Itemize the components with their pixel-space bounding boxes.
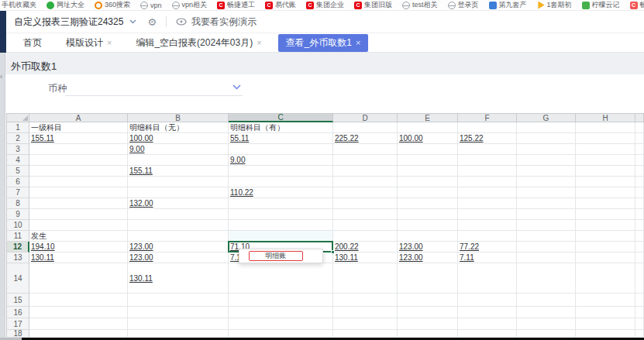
cell-E7[interactable] [398, 187, 458, 198]
row-header-8[interactable]: 8 [6, 198, 29, 209]
cell-D2[interactable]: 225.22 [333, 133, 398, 144]
column-header-C[interactable]: C [229, 113, 333, 122]
cell-H7[interactable] [576, 187, 635, 198]
cell-B1[interactable]: 明细科目（无） [128, 122, 229, 133]
cell-I3[interactable] [635, 144, 644, 155]
cell-E2[interactable]: 100.00 [398, 133, 458, 144]
row-header-17[interactable]: 17 [6, 318, 29, 330]
tab-close-icon[interactable]: × [257, 38, 261, 47]
cell-B14[interactable]: 130.11 [128, 263, 229, 294]
cell-A16[interactable] [29, 307, 128, 318]
bookmark-lemon-cloud[interactable]: 柠檬云记 [582, 0, 620, 10]
cell-B11[interactable] [128, 231, 229, 242]
cell-I15[interactable] [635, 294, 644, 307]
cell-I6[interactable] [635, 177, 644, 187]
cell-H17[interactable] [576, 318, 635, 330]
cell-G16[interactable] [517, 307, 576, 318]
cell-A2[interactable]: 155.11 [29, 133, 128, 144]
cell-D5[interactable] [333, 166, 398, 177]
cell-E14[interactable] [398, 263, 458, 294]
cell-B8[interactable]: 132.00 [128, 198, 229, 209]
cell-F2[interactable]: 125.22 [458, 133, 517, 144]
cell-E15[interactable] [398, 294, 458, 307]
cell-C5[interactable] [229, 166, 333, 177]
cell-E9[interactable] [398, 209, 458, 220]
column-header-A[interactable]: A [29, 113, 128, 122]
cell-G3[interactable] [517, 144, 576, 155]
bookmark-suite-opening[interactable]: 1套期初 [537, 0, 572, 10]
gear-icon[interactable]: ⚙ [147, 17, 157, 27]
cell-A15[interactable] [29, 294, 128, 307]
cell-E3[interactable] [398, 144, 458, 155]
cell-H16[interactable] [576, 307, 635, 318]
cell-A5[interactable] [29, 166, 128, 177]
bookmark-test-related[interactable]: test相关 [402, 0, 438, 10]
detail-ledger-button[interactable]: 明细账 [249, 251, 303, 261]
cell-F4[interactable] [458, 155, 517, 166]
cell-A17[interactable] [29, 318, 128, 330]
cell-G13[interactable] [517, 252, 576, 263]
cell-F15[interactable] [458, 294, 517, 307]
cell-H3[interactable] [576, 144, 635, 155]
cell-G8[interactable] [517, 198, 576, 209]
cell-H9[interactable] [576, 209, 635, 220]
row-header-18[interactable]: 18 [6, 330, 29, 338]
cell-G2[interactable] [517, 133, 576, 144]
cell-E11[interactable] [398, 231, 458, 242]
cell-H11[interactable] [576, 231, 635, 242]
cell-B13[interactable]: 123.00 [128, 252, 229, 263]
tab-close-icon[interactable]: × [356, 38, 360, 47]
cell-I1[interactable] [635, 122, 644, 133]
cell-C9[interactable] [229, 209, 333, 220]
bookmark-group-enterprise[interactable]: C集团企业 [306, 0, 344, 10]
cell-D7[interactable] [333, 187, 398, 198]
cell-I11[interactable] [635, 231, 644, 242]
row-header-2[interactable]: 2 [6, 133, 29, 144]
cell-C15[interactable] [229, 294, 333, 307]
cell-B9[interactable] [128, 209, 229, 220]
cell-F1[interactable] [458, 122, 517, 133]
cell-C3[interactable] [229, 144, 333, 155]
row-header-9[interactable]: 9 [6, 209, 29, 220]
cell-C14[interactable] [229, 263, 333, 294]
cell-F5[interactable] [458, 166, 517, 177]
cell-I2[interactable] [635, 133, 644, 144]
row-header-10[interactable]: 10 [6, 220, 29, 231]
cell-D6[interactable] [333, 177, 398, 187]
row-header-1[interactable]: 1 [6, 122, 29, 133]
fill-handle[interactable] [331, 250, 335, 254]
column-header-F[interactable]: F [458, 113, 517, 122]
cell-H18[interactable] [576, 330, 635, 338]
cell-A12[interactable]: 194.10 [29, 242, 128, 252]
cell-H12[interactable] [576, 242, 635, 252]
cell-B10[interactable] [128, 220, 229, 231]
column-header-overflow[interactable] [635, 113, 644, 122]
row-header-16[interactable]: 16 [6, 307, 29, 318]
tab-home[interactable]: 首页 [15, 34, 50, 52]
cell-C6[interactable] [229, 177, 333, 187]
cell-G12[interactable] [517, 242, 576, 252]
column-header-E[interactable]: E [398, 113, 458, 122]
workspace-switcher[interactable]: 自定义报表三期验证24325 [14, 15, 136, 29]
cell-D9[interactable] [333, 209, 398, 220]
cell-C4[interactable]: 9.00 [229, 155, 333, 166]
cell-B15[interactable] [128, 294, 229, 307]
cell-D3[interactable] [333, 144, 398, 155]
cell-E17[interactable] [398, 318, 458, 330]
cell-C8[interactable] [229, 198, 333, 209]
cell-D15[interactable] [333, 294, 398, 307]
cell-G10[interactable] [517, 220, 576, 231]
cell-E10[interactable] [398, 220, 458, 231]
cell-F16[interactable] [458, 307, 517, 318]
cell-D14[interactable] [333, 263, 398, 294]
cell-F18[interactable] [458, 330, 517, 338]
cell-B18[interactable] [128, 330, 229, 338]
cell-B3[interactable]: 9.00 [128, 144, 229, 155]
cell-D11[interactable] [333, 231, 398, 242]
bookmark-chanjet-2[interactable]: C畅捷通 [630, 0, 644, 10]
cell-F7[interactable] [458, 187, 517, 198]
cell-F17[interactable] [458, 318, 517, 330]
cell-H2[interactable] [576, 133, 635, 144]
cell-H6[interactable] [576, 177, 635, 187]
demo-link[interactable]: 我要看实例演示 [176, 15, 257, 29]
